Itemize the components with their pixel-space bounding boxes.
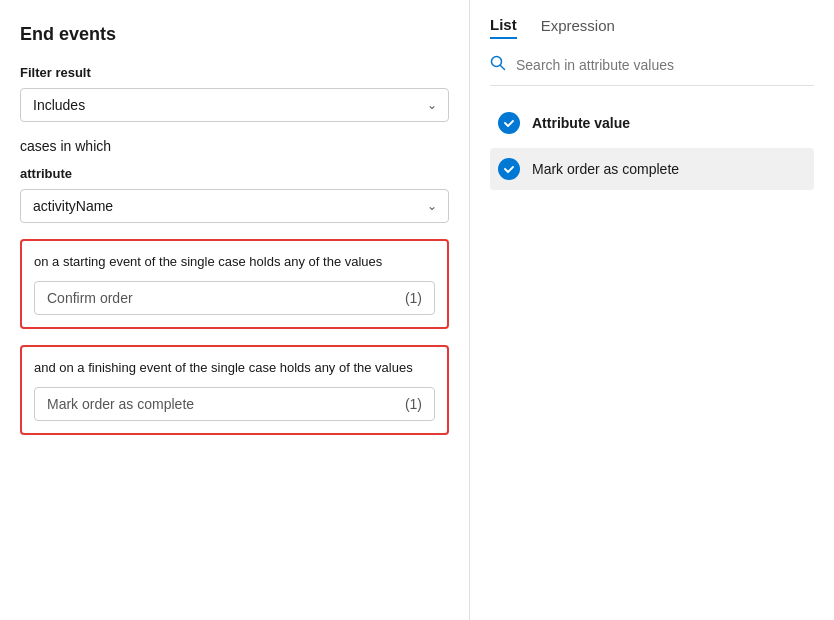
finishing-event-value: Mark order as complete xyxy=(47,396,194,412)
starting-event-count: (1) xyxy=(405,290,422,306)
check-icon-mark-order xyxy=(498,158,520,180)
tab-list[interactable]: List xyxy=(490,16,517,39)
attribute-select-wrapper: activityName resource timestamp ⌄ xyxy=(20,189,449,223)
page-title: End events xyxy=(20,24,449,45)
svg-line-1 xyxy=(501,66,505,70)
filter-select-wrapper: Includes Excludes ⌄ xyxy=(20,88,449,122)
starting-event-box: on a starting event of the single case h… xyxy=(20,239,449,329)
attribute-select[interactable]: activityName resource timestamp xyxy=(20,189,449,223)
starting-event-value: Confirm order xyxy=(47,290,133,306)
check-icon-attribute-value xyxy=(498,112,520,134)
tabs-row: List Expression xyxy=(490,16,814,39)
tab-expression[interactable]: Expression xyxy=(541,17,615,38)
finishing-event-count: (1) xyxy=(405,396,422,412)
list-item-mark-order[interactable]: Mark order as complete xyxy=(490,148,814,190)
search-row xyxy=(490,55,814,86)
cases-in-which-label: cases in which xyxy=(20,138,449,154)
attribute-value-label: Attribute value xyxy=(532,115,630,131)
finishing-event-value-row[interactable]: Mark order as complete (1) xyxy=(34,387,435,421)
finishing-event-label: and on a finishing event of the single c… xyxy=(34,359,435,377)
starting-event-value-row[interactable]: Confirm order (1) xyxy=(34,281,435,315)
right-panel: List Expression Attribute value xyxy=(470,0,834,620)
mark-order-label: Mark order as complete xyxy=(532,161,679,177)
attribute-label: attribute xyxy=(20,166,449,181)
starting-event-label: on a starting event of the single case h… xyxy=(34,253,435,271)
left-panel: End events Filter result Includes Exclud… xyxy=(0,0,470,620)
list-item-attribute-value[interactable]: Attribute value xyxy=(490,102,814,144)
search-input[interactable] xyxy=(516,57,814,73)
filter-result-label: Filter result xyxy=(20,65,449,80)
finishing-event-box: and on a finishing event of the single c… xyxy=(20,345,449,435)
search-icon xyxy=(490,55,506,75)
filter-select[interactable]: Includes Excludes xyxy=(20,88,449,122)
